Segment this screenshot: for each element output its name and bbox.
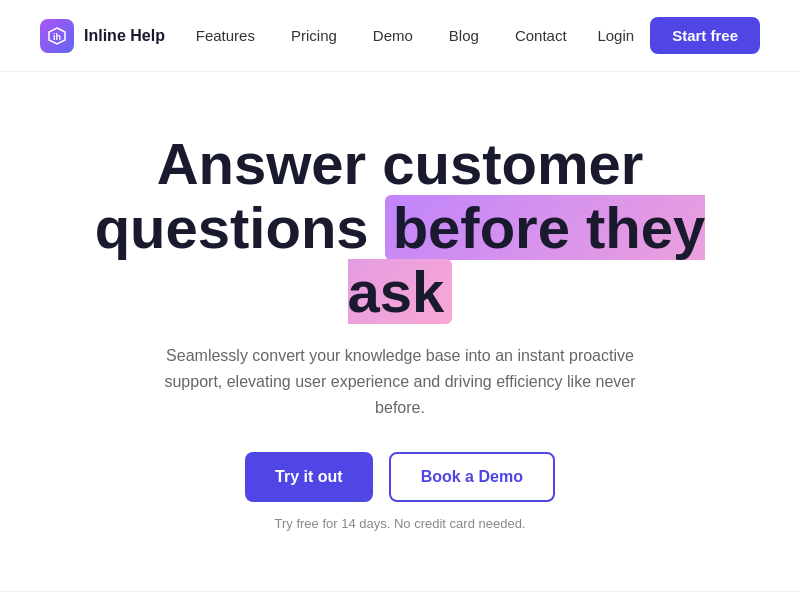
book-demo-button[interactable]: Book a Demo: [389, 452, 555, 502]
hero-title-line1: Answer customer: [157, 131, 644, 196]
logo[interactable]: ih Inline Help: [40, 19, 165, 53]
hero-subtitle: Seamlessly convert your knowledge base i…: [150, 343, 650, 420]
hero-title-highlight: before they ask: [348, 195, 706, 324]
hero-title-line2: questions before they ask: [95, 195, 706, 324]
nav-contact[interactable]: Contact: [515, 27, 567, 44]
nav-demo[interactable]: Demo: [373, 27, 413, 44]
nav-pricing[interactable]: Pricing: [291, 27, 337, 44]
hero-buttons: Try it out Book a Demo: [245, 452, 555, 502]
navbar: ih Inline Help Features Pricing Demo Blo…: [0, 0, 800, 72]
hero-title: Answer customer questions before they as…: [50, 132, 750, 323]
nav-features[interactable]: Features: [196, 27, 255, 44]
hero-note: Try free for 14 days. No credit card nee…: [275, 516, 526, 531]
hero-section: Answer customer questions before they as…: [0, 72, 800, 571]
svg-text:ih: ih: [53, 32, 61, 42]
nav-actions: Login Start free: [597, 17, 760, 54]
logo-icon: ih: [40, 19, 74, 53]
try-it-out-button[interactable]: Try it out: [245, 452, 373, 502]
logo-text: Inline Help: [84, 27, 165, 45]
trust-bar: CREATED BY inline manual OUR PRODUCTS AR…: [0, 591, 800, 600]
login-button[interactable]: Login: [597, 27, 634, 44]
nav-links: Features Pricing Demo Blog Contact: [196, 27, 567, 44]
hero-title-normal: questions: [95, 195, 385, 260]
start-free-button[interactable]: Start free: [650, 17, 760, 54]
nav-blog[interactable]: Blog: [449, 27, 479, 44]
